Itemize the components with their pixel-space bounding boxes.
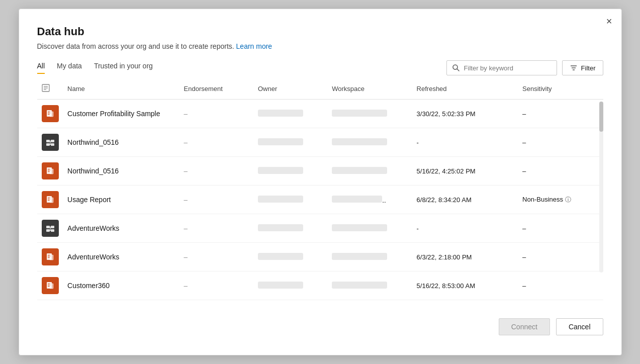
svg-rect-13 — [50, 112, 53, 117]
row-icon-cell — [37, 100, 64, 128]
row-icon-cell — [37, 157, 64, 186]
filter-icon — [570, 64, 578, 72]
svg-rect-42 — [50, 255, 53, 260]
data-table-container: Name Endorsement Owner Workspace Refresh… — [37, 78, 603, 300]
search-box — [446, 60, 557, 75]
row-owner — [254, 100, 328, 128]
row-refreshed: 5/16/22, 4:25:02 PM — [413, 157, 518, 186]
col-header-icon — [37, 78, 64, 100]
row-endorsement: – — [180, 214, 254, 243]
row-icon-cell — [37, 214, 64, 243]
row-endorsement: – — [180, 186, 254, 214]
data-table: Name Endorsement Owner Workspace Refresh… — [37, 78, 603, 300]
cancel-button[interactable]: Cancel — [556, 318, 603, 335]
svg-rect-47 — [50, 284, 53, 289]
row-icon-cell — [37, 186, 64, 214]
table-row[interactable]: Customer360–5/16/22, 8:53:00 AM– — [37, 271, 603, 300]
svg-rect-33 — [46, 229, 50, 232]
svg-rect-31 — [46, 226, 50, 228]
table-row[interactable]: Northwind_0516–5/16/22, 4:25:02 PM– — [37, 157, 603, 186]
dataflow-icon — [42, 220, 59, 237]
col-header-owner: Owner — [254, 78, 328, 100]
row-endorsement: – — [180, 100, 254, 128]
row-endorsement: – — [180, 243, 254, 271]
tab-trusted[interactable]: Trusted in your org — [94, 62, 153, 74]
table-row[interactable]: Customer Profitability Sample–3/30/22, 5… — [37, 100, 603, 128]
row-owner — [254, 243, 328, 271]
col-header-endorsement: Endorsement — [180, 78, 254, 100]
svg-line-1 — [457, 69, 459, 71]
row-owner — [254, 214, 328, 243]
row-icon-cell — [37, 243, 64, 271]
row-sensitivity: – — [518, 214, 603, 243]
row-sensitivity: – — [518, 128, 603, 157]
row-sensitivity: – — [518, 157, 603, 186]
row-refreshed: 6/3/22, 2:18:00 PM — [413, 243, 518, 271]
dialog-title: Data hub — [37, 25, 603, 38]
col-header-sensitivity: Sensitivity — [518, 78, 603, 100]
tab-my-data[interactable]: My data — [57, 62, 82, 74]
svg-rect-32 — [51, 226, 54, 228]
svg-rect-16 — [46, 143, 50, 146]
row-workspace — [328, 214, 412, 243]
scrollbar-track[interactable] — [599, 102, 603, 272]
col-header-refreshed: Refreshed — [413, 78, 518, 100]
row-name: Customer360 — [63, 271, 180, 300]
svg-rect-15 — [51, 140, 54, 142]
row-workspace: .. — [328, 186, 412, 214]
row-sensitivity: – — [518, 243, 603, 271]
table-row[interactable]: AdventureWorks–6/3/22, 2:18:00 PM– — [37, 243, 603, 271]
row-name: Customer Profitability Sample — [63, 100, 180, 128]
row-workspace — [328, 243, 412, 271]
row-name: Usage Report — [63, 186, 180, 214]
row-owner — [254, 186, 328, 214]
table-row[interactable]: Northwind_0516–-– — [37, 128, 603, 157]
row-sensitivity: Non-Businessⓘ — [518, 186, 603, 214]
col-header-workspace: Workspace — [328, 78, 412, 100]
svg-rect-14 — [46, 140, 50, 142]
row-sensitivity: – — [518, 271, 603, 300]
row-name: Northwind_0516 — [63, 157, 180, 186]
dialog-subtitle: Discover data from across your org and u… — [37, 42, 603, 50]
row-refreshed: 5/16/22, 8:53:00 AM — [413, 271, 518, 300]
dataset-icon — [42, 105, 59, 122]
row-icon-cell — [37, 128, 64, 157]
table-row[interactable]: AdventureWorks–-– — [37, 214, 603, 243]
row-owner — [254, 157, 328, 186]
row-workspace — [328, 271, 412, 300]
search-icon — [452, 64, 460, 72]
learn-more-link[interactable]: Learn more — [236, 42, 272, 50]
dataflow-icon — [42, 134, 59, 151]
svg-rect-34 — [51, 229, 54, 232]
row-name: AdventureWorks — [63, 243, 180, 271]
row-name: Northwind_0516 — [63, 128, 180, 157]
table-row[interactable]: Usage Report–..6/8/22, 8:34:20 AMNon-Bus… — [37, 186, 603, 214]
row-refreshed: - — [413, 214, 518, 243]
row-workspace — [328, 100, 412, 128]
dataset-icon — [42, 248, 59, 265]
tabs-search-row: All My data Trusted in your org Filter — [37, 60, 603, 75]
col-header-name: Name — [63, 78, 180, 100]
row-refreshed: 3/30/22, 5:02:33 PM — [413, 100, 518, 128]
dataset-icon — [42, 162, 59, 179]
tab-bar: All My data Trusted in your org — [37, 62, 153, 74]
search-filter-area: Filter — [446, 60, 603, 75]
row-workspace — [328, 128, 412, 157]
row-endorsement: – — [180, 271, 254, 300]
footer-buttons: Connect Cancel — [37, 312, 603, 335]
scrollbar-thumb[interactable] — [599, 102, 603, 132]
svg-rect-30 — [50, 198, 53, 203]
data-hub-dialog: × Data hub Discover data from across you… — [19, 9, 622, 355]
tab-all[interactable]: All — [37, 62, 45, 74]
row-refreshed: - — [413, 128, 518, 157]
connect-button[interactable]: Connect — [499, 318, 550, 335]
search-input[interactable] — [464, 64, 552, 72]
sensitivity-info-icon[interactable]: ⓘ — [565, 196, 571, 204]
svg-rect-25 — [50, 169, 53, 174]
row-refreshed: 6/8/22, 8:34:20 AM — [413, 186, 518, 214]
filter-button[interactable]: Filter — [562, 60, 603, 75]
dataset-icon — [42, 277, 59, 294]
close-button[interactable]: × — [606, 16, 612, 26]
row-owner — [254, 128, 328, 157]
row-owner — [254, 271, 328, 300]
